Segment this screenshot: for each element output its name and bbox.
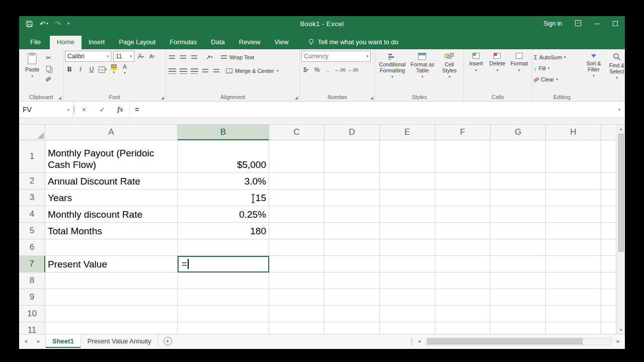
borders-button[interactable]: ▾ (98, 64, 107, 74)
number-format-combo[interactable]: Currency▾ (301, 51, 371, 62)
cell-a3[interactable]: Years (45, 190, 178, 206)
column-header-d[interactable]: D (325, 125, 380, 140)
formula-bar-expand-icon[interactable]: ▾ (614, 102, 625, 118)
cell-g5[interactable] (491, 223, 546, 239)
cell-f8[interactable] (435, 273, 491, 289)
autosum-button[interactable]: ΣAutoSum▾ (534, 52, 582, 62)
cell-h8[interactable] (546, 273, 601, 289)
bold-button[interactable]: B (65, 64, 74, 74)
clear-button[interactable]: Clear▾ (534, 74, 582, 84)
cell-c1[interactable] (269, 140, 325, 173)
cell-h9[interactable] (546, 289, 601, 306)
vertical-scrollbar[interactable]: ▲ ▼ (617, 125, 625, 334)
cell-h6[interactable] (546, 239, 601, 256)
cell-f2[interactable] (435, 173, 491, 190)
font-color-button[interactable]: A▾ (120, 64, 129, 74)
cell-h4[interactable] (546, 206, 601, 223)
horizontal-scrollbar[interactable] (426, 337, 612, 345)
sheet-nav-left-icon[interactable]: ◄ (19, 334, 32, 348)
cell-b5[interactable]: 180 (178, 223, 269, 239)
cell-g4[interactable] (491, 206, 546, 223)
row-header-7[interactable]: 7 (19, 256, 45, 273)
cell-a11[interactable] (45, 322, 178, 334)
fill-button[interactable]: ↓Fill▾ (534, 63, 582, 73)
cell-h5[interactable] (546, 223, 601, 239)
increase-font-size-button[interactable]: A▴ (136, 51, 145, 61)
cell-f11[interactable] (435, 322, 491, 334)
cell-d9[interactable] (325, 289, 380, 306)
cell-g6[interactable] (491, 239, 546, 256)
cell-g7[interactable] (491, 256, 546, 273)
cell-a2[interactable]: Annual Discount Rate (45, 173, 178, 190)
cell-b8[interactable] (178, 273, 269, 289)
format-as-table-button[interactable]: Format asTable ▾ (408, 51, 436, 93)
fill-color-button[interactable]: ▾ (109, 64, 118, 74)
tab-view[interactable]: View (267, 36, 295, 49)
cell-i1[interactable] (601, 140, 616, 173)
cell-f10[interactable] (435, 306, 491, 322)
column-header-g[interactable]: G (491, 125, 546, 140)
cell-e1[interactable] (380, 140, 435, 173)
cell-i4[interactable] (601, 206, 616, 223)
cell-i9[interactable] (601, 289, 616, 306)
cell-i6[interactable] (601, 239, 616, 256)
cell-g8[interactable] (491, 273, 546, 289)
cell-e11[interactable] (380, 322, 435, 334)
name-box[interactable]: FV ▾ (19, 102, 73, 118)
bottom-align-button[interactable] (190, 52, 199, 62)
alignment-dialog-launcher[interactable]: ◢ (295, 96, 298, 100)
cell-d2[interactable] (325, 173, 380, 190)
cell-a6[interactable] (45, 239, 178, 256)
column-header-f[interactable]: F (435, 125, 491, 140)
sort-filter-button[interactable]: Sort &Filter ▾ (582, 51, 605, 93)
cell-d6[interactable] (325, 239, 380, 256)
column-header-a[interactable]: A (45, 125, 178, 140)
sign-in-link[interactable]: Sign in (543, 20, 562, 27)
cell-d8[interactable] (325, 273, 380, 289)
cell-i7[interactable] (601, 256, 616, 273)
cell-h7[interactable] (546, 256, 601, 273)
active-cell-b7[interactable]: = (178, 256, 269, 273)
sheet-tab-sheet1[interactable]: Sheet1 (45, 334, 81, 348)
scroll-down-icon[interactable]: ▼ (617, 326, 625, 334)
decrease-font-size-button[interactable]: A▾ (147, 51, 156, 61)
column-header-h[interactable]: H (546, 125, 601, 140)
cell-h10[interactable] (546, 306, 601, 322)
cell-i5[interactable] (601, 223, 616, 239)
align-center-button[interactable] (179, 66, 188, 76)
tell-me-box[interactable]: Tell me what you want to do (308, 38, 398, 49)
cell-f3[interactable] (435, 190, 491, 206)
row-header-8[interactable]: 8 (19, 273, 45, 289)
cell-a7[interactable]: Present Value (45, 256, 178, 273)
row-header-3[interactable]: 3 (19, 190, 45, 206)
align-right-button[interactable] (190, 66, 199, 76)
cell-c5[interactable] (269, 223, 325, 239)
cell-d11[interactable] (325, 322, 380, 334)
merge-center-button[interactable]: Merge & Center▾ (226, 66, 278, 76)
cell-c4[interactable] (269, 206, 325, 223)
row-header-1[interactable]: 1 (19, 140, 45, 173)
cell-b6[interactable] (178, 239, 269, 256)
vertical-scroll-thumb[interactable] (618, 134, 624, 252)
hscroll-right-icon[interactable]: ► (612, 334, 625, 348)
scroll-up-icon[interactable]: ▲ (617, 125, 625, 133)
column-header-e[interactable]: E (380, 125, 435, 140)
cell-b9[interactable] (178, 289, 269, 306)
insert-cells-button[interactable]: Insert▾ (465, 51, 487, 93)
format-painter-button[interactable] (44, 74, 53, 84)
increase-decimal-button[interactable]: ←.00 (335, 65, 346, 75)
row-header-2[interactable]: 2 (19, 173, 45, 190)
cell-a5[interactable]: Total Months (45, 223, 178, 239)
cell-e6[interactable] (380, 239, 435, 256)
column-header-c[interactable]: C (269, 125, 325, 140)
row-header-6[interactable]: 6 (19, 239, 45, 256)
font-name-combo[interactable]: Calibri▾ (65, 51, 111, 62)
cell-f4[interactable] (435, 206, 491, 223)
row-header-10[interactable]: 10 (19, 306, 45, 322)
format-cells-button[interactable]: Format▾ (508, 51, 530, 93)
font-size-combo[interactable]: 11▾ (113, 51, 134, 62)
cell-d4[interactable] (325, 206, 380, 223)
cell-c2[interactable] (269, 173, 325, 190)
sheet-tab-present-value-annuity[interactable]: Present Value Annuity (81, 334, 158, 348)
copy-button[interactable] (44, 63, 53, 73)
